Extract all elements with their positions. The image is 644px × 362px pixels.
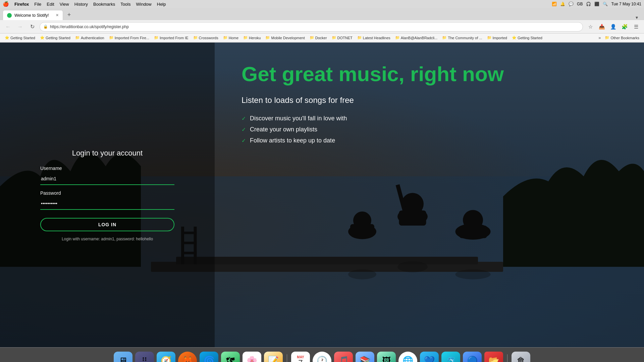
dock-mysql[interactable]: 🐬	[441, 352, 460, 362]
bookmark-getting-started-3[interactable]: ⭐ Getting Started	[510, 35, 544, 41]
dock-filezilla[interactable]: 📂	[484, 352, 503, 362]
bookmarks-overflow-button[interactable]: »	[597, 35, 602, 40]
bookmark-label: Getting Started	[518, 36, 542, 40]
dock-maps[interactable]: 🗺	[221, 352, 240, 362]
dock-safari[interactable]: 🧭	[157, 352, 175, 362]
menu-edit[interactable]: Edit	[47, 2, 54, 7]
back-button[interactable]: ←	[3, 22, 13, 32]
bookmark-label: Docker	[315, 36, 327, 40]
menu-bar-left: 🍎 Firefox File Edit View History Bookmar…	[3, 1, 166, 7]
menu-bookmarks[interactable]: Bookmarks	[93, 2, 115, 7]
bookmark-dotnet[interactable]: 📁 DOTNET	[330, 35, 355, 41]
pocket-button[interactable]: 📥	[597, 22, 606, 32]
bookmark-alanb[interactable]: 📁 AlanB@AlanBRadcli...	[393, 35, 440, 41]
new-tab-button[interactable]: +	[64, 10, 74, 19]
extensions-button[interactable]: 🧩	[620, 22, 629, 32]
notification-icon[interactable]: 🔔	[560, 2, 565, 6]
bookmarks-bar: ⭐ Getting Started ⭐ Getting Started 📁 Au…	[0, 34, 644, 42]
dock-calendar[interactable]: MAY 7	[291, 352, 310, 362]
bookmark-other[interactable]: 📁 Other Bookmarks	[603, 35, 641, 41]
bookmark-community[interactable]: 📁 The Community of ...	[440, 35, 484, 41]
bookmark-heroku[interactable]: 📁 Heroku	[241, 35, 263, 41]
menu-help[interactable]: Help	[157, 2, 166, 7]
bluetooth-icon[interactable]: ⬛	[594, 2, 599, 6]
login-title: Login to your account	[40, 149, 174, 158]
bookmark-docker[interactable]: 📁 Docker	[308, 35, 329, 41]
bookmark-authentication[interactable]: 📁 Authentication	[73, 35, 106, 41]
tabs-dropdown[interactable]: ▾	[636, 15, 638, 20]
bookmark-latest-headlines[interactable]: 📁 Latest Headlines	[355, 35, 392, 41]
bookmark-getting-started-2[interactable]: ⭐ Getting Started	[38, 35, 72, 41]
feature-item-1: ✓ Discover music you'll fall in love wit…	[241, 115, 617, 122]
feature-text-2: Create your own playlists	[250, 126, 317, 133]
check-icon-1: ✓	[241, 115, 246, 122]
dock-trash[interactable]: 🗑	[512, 352, 530, 362]
folder-icon: 📁	[243, 36, 248, 40]
dock-firefox[interactable]: 🦊	[178, 352, 197, 362]
bookmark-label: Mobile Development	[271, 36, 305, 40]
wifi-icon: 📶	[552, 2, 557, 6]
bookmark-icon: ⭐	[512, 36, 517, 40]
folder-icon: 📁	[357, 36, 362, 40]
url-display: https://eruditionbar.co.uk/spotify/regis…	[50, 24, 129, 29]
bookmark-star-button[interactable]: ☆	[586, 22, 595, 32]
bookmark-getting-started-1[interactable]: ⭐ Getting Started	[3, 35, 37, 41]
account-button[interactable]: 👤	[608, 22, 618, 32]
url-bar[interactable]: 🔒 https://eruditionbar.co.uk/spotify/reg…	[40, 22, 583, 32]
bookmark-imported-ie[interactable]: 📁 Imported From IE	[152, 35, 191, 41]
check-icon-2: ✓	[241, 126, 246, 133]
bookmark-crosswords[interactable]: 📁 Crosswords	[191, 35, 220, 41]
bookmark-imported-firefox[interactable]: 📁 Imported From Fire...	[107, 35, 151, 41]
bookmark-imported[interactable]: 📁 Imported	[485, 35, 509, 41]
headphones-icon[interactable]: 🎧	[586, 2, 591, 6]
dock-stacks[interactable]: 📚	[356, 352, 374, 362]
bookmark-home[interactable]: 📁 Home	[221, 35, 240, 41]
menu-history[interactable]: History	[74, 2, 88, 7]
dock-preview[interactable]: 🖼	[377, 352, 396, 362]
bookmark-label: Getting Started	[10, 36, 35, 40]
menu-tools[interactable]: Tools	[120, 2, 130, 7]
bookmark-label: Latest Headlines	[363, 36, 390, 40]
menu-window[interactable]: Window	[136, 2, 152, 7]
login-box: Login to your account Username Password …	[40, 149, 174, 241]
menu-button[interactable]: ☰	[631, 22, 641, 32]
dock-edge[interactable]: 🌀	[200, 352, 218, 362]
dock-chrome[interactable]: 🌐	[398, 352, 417, 362]
password-input[interactable]	[40, 198, 174, 210]
datetime-display: Tue 7 May 10:41	[611, 2, 641, 6]
menu-app-name[interactable]: Firefox	[14, 2, 29, 7]
feature-item-3: ✓ Follow artists to keep up to date	[241, 137, 617, 144]
menu-view[interactable]: View	[60, 2, 69, 7]
menu-bar-right: 📶 🔔 💬 GB 🎧 ⬛ 🔍 Tue 7 May 10:41	[552, 2, 641, 6]
dock-clock[interactable]: 🕐	[313, 352, 331, 362]
message-icon[interactable]: 💬	[569, 2, 574, 6]
page-content: Login to your account Username Password …	[0, 43, 644, 347]
login-button[interactable]: LOG IN	[40, 218, 174, 231]
dock-browser-blue[interactable]: 🔵	[463, 352, 482, 362]
dock-photos[interactable]: 🌸	[243, 352, 261, 362]
folder-icon: 📁	[605, 36, 609, 40]
refresh-button[interactable]: ↻	[28, 22, 37, 32]
dock-music[interactable]: 🎵	[334, 352, 353, 362]
bookmark-label: Home	[229, 36, 238, 40]
keyboard-gb-indicator[interactable]: GB	[577, 2, 583, 6]
tab-favicon	[7, 13, 12, 18]
bookmark-label: Imported	[493, 36, 507, 40]
menu-file[interactable]: File	[34, 2, 41, 7]
folder-icon: 📁	[310, 36, 314, 40]
dock-launchpad[interactable]: ⠿	[135, 352, 154, 362]
lock-icon: 🔒	[43, 24, 48, 29]
tab-close-button[interactable]: ✕	[56, 13, 59, 17]
search-icon[interactable]: 🔍	[603, 2, 608, 6]
forward-button[interactable]: →	[15, 22, 25, 32]
bookmark-mobile-dev[interactable]: 📁 Mobile Development	[263, 35, 307, 41]
active-tab[interactable]: Welcome to Slotify! ✕	[3, 10, 63, 20]
username-input[interactable]	[40, 173, 174, 185]
login-hint: Login with username: admin1, password: h…	[40, 237, 174, 241]
apple-logo[interactable]: 🍎	[3, 1, 9, 7]
dock-textedit[interactable]: 📝	[264, 352, 283, 362]
dock-finder[interactable]: 🖥	[114, 352, 132, 362]
feature-text-3: Follow artists to keep up to date	[250, 137, 335, 144]
dock-separator-2	[507, 354, 507, 362]
dock-vscode[interactable]: 💙	[420, 352, 439, 362]
